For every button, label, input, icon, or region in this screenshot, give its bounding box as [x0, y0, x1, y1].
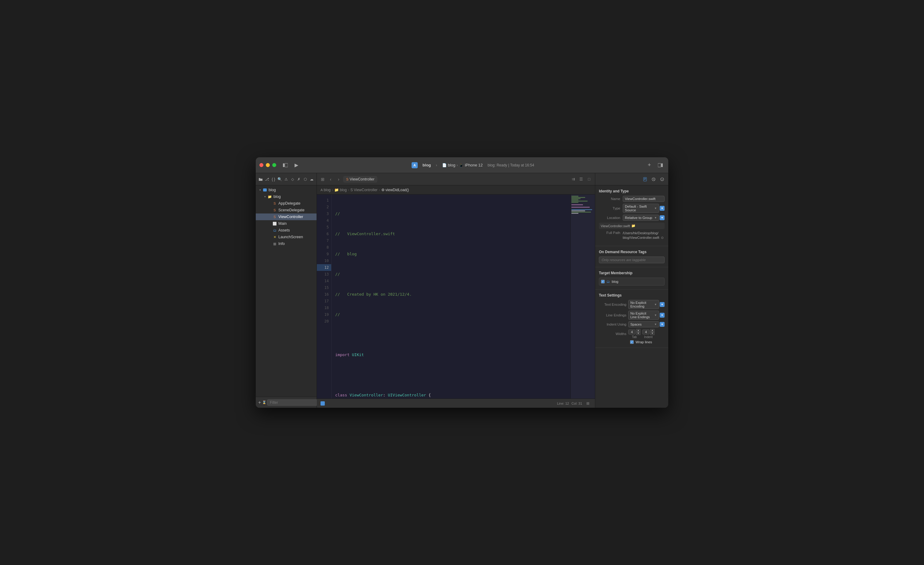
editor-back-btn[interactable]: ‹: [327, 176, 334, 183]
issue-navigator-btn[interactable]: ⚠: [284, 176, 289, 183]
breadcrumb-project[interactable]: A blog: [321, 188, 331, 192]
line-endings-dd-blue-btn[interactable]: ▼: [660, 313, 664, 318]
inspector-tab-file[interactable]: [641, 176, 649, 183]
folder-icon: 📁: [267, 194, 272, 199]
location-dd-blue-btn[interactable]: ▼: [660, 215, 664, 220]
maximize-button[interactable]: [272, 163, 276, 167]
indent-using-value: Spaces: [630, 322, 642, 326]
indent-increment-btn[interactable]: ▲: [650, 329, 654, 332]
sidebar-item-label-assets: Assets: [278, 228, 290, 232]
tag-input[interactable]: [599, 256, 664, 263]
status-bar-right: Line: 12 Col: 31 ⊞: [557, 400, 591, 407]
membership-blog-label: blog: [612, 280, 618, 283]
code-lines[interactable]: // // ViewController.swift // blog // //…: [332, 195, 570, 399]
storyboard-icon-main: ⬜: [272, 221, 277, 226]
on-demand-title: On Demand Resource Tags: [599, 250, 664, 254]
type-dd-blue-btn[interactable]: ▼: [660, 206, 664, 211]
code-line-6: //: [332, 311, 570, 318]
location-dropdown[interactable]: Relative to Group ▼: [623, 215, 659, 221]
name-label: Name: [599, 197, 620, 201]
tab-decrement-btn[interactable]: ▼: [636, 332, 640, 335]
indent-decrement-btn[interactable]: ▼: [650, 332, 654, 335]
breadcrumb-folder[interactable]: 📁 blog: [334, 188, 347, 192]
find-navigator-btn[interactable]: 🔍: [277, 176, 282, 183]
encoding-dd-blue-btn[interactable]: ▼: [660, 302, 664, 307]
file-indicator: 📄 blog › 📱 iPhone 12: [442, 163, 483, 167]
status-bar: Line: 12 Col: 31 ⊞: [317, 399, 595, 408]
col-status: Col: 31: [572, 402, 582, 405]
editor-top-controls: ⇉ ☰ □: [570, 176, 592, 183]
code-line-4: //: [332, 271, 570, 277]
code-line-9: [332, 372, 570, 378]
inspector-toggle-button[interactable]: [656, 162, 664, 169]
sidebar-item-blog[interactable]: ▾ 📁 blog: [256, 193, 316, 200]
show-callers-btn[interactable]: ☰: [578, 176, 585, 183]
sidebar-item-launchscreen[interactable]: ✕ LaunchScreen: [256, 234, 316, 240]
name-dropdown[interactable]: ViewController.swift: [623, 196, 664, 202]
inspector-tab-history[interactable]: [650, 176, 657, 183]
inspector-tab-help[interactable]: ?: [658, 176, 666, 183]
indent-using-dropdown[interactable]: Spaces ▼: [628, 321, 659, 327]
full-path-reveal-icon[interactable]: ⊙: [661, 236, 664, 240]
debug-navigator-btn[interactable]: ✗: [296, 176, 302, 183]
filter-icon: ⌛: [262, 400, 267, 405]
disclosure-blog: ▾: [263, 195, 267, 198]
editor-tabs: ⊞ ‹ › S ViewController ⇉ ☰ □: [317, 173, 595, 185]
svg-rect-5: [644, 177, 646, 181]
breadcrumb-file[interactable]: S ViewController: [351, 188, 378, 192]
location-label: Location: [599, 216, 620, 220]
main-layout: ⎇ { } 🔍 ⚠ ◇ ✗ ⬡ ☁ ▾ blog: [256, 173, 668, 408]
sidebar-item-label-viewcontroller: ViewController: [278, 215, 303, 219]
code-content[interactable]: 1 2 3 4 5 6 7 8 9 10 12 13 14 15: [317, 195, 570, 399]
sidebar-item-viewcontroller[interactable]: S ViewController: [256, 213, 316, 220]
filter-input[interactable]: [267, 399, 318, 406]
sidebar-item-label-launchscreen: LaunchScreen: [278, 235, 303, 239]
breakpoint-navigator-btn[interactable]: ⬡: [303, 176, 308, 183]
sidebar-toggle-button[interactable]: [281, 162, 290, 169]
sidebar-item-root[interactable]: ▾ blog: [256, 187, 316, 193]
run-button[interactable]: ▶: [292, 162, 301, 169]
sidebar-item-assets[interactable]: 🗂 Assets: [256, 227, 316, 234]
location-value: Relative to Group: [625, 216, 652, 220]
add-file-button[interactable]: +: [258, 399, 261, 406]
editor-nav-grid-btn[interactable]: ⊞: [319, 176, 326, 183]
membership-checkbox-blog[interactable]: ✓: [601, 280, 605, 283]
sidebar-item-main[interactable]: ⬜ Main: [256, 220, 316, 227]
minimize-button[interactable]: [266, 163, 270, 167]
related-items-btn[interactable]: ⇉: [570, 176, 577, 183]
symbol-navigator-btn[interactable]: { }: [271, 176, 276, 183]
sidebar-item-info[interactable]: ▦ Info: [256, 240, 316, 247]
code-line-2: // ViewController.swift: [332, 231, 570, 237]
editor-forward-btn[interactable]: ›: [335, 176, 342, 183]
layout-toggle-btn[interactable]: ⊞: [585, 400, 591, 407]
type-dropdown[interactable]: Default - Swift Source ▼: [623, 204, 659, 213]
test-navigator-btn[interactable]: ◇: [290, 176, 295, 183]
sidebar-item-scenedelegate[interactable]: S SceneDelegate: [256, 207, 316, 213]
text-settings-section: Text Settings Text Encoding No Explicit …: [595, 289, 668, 348]
encoding-row: Text Encoding No Explicit Encoding ▼ ▼: [599, 300, 664, 309]
svg-rect-3: [661, 163, 663, 167]
wrap-lines-checkbox[interactable]: ✓: [630, 340, 634, 344]
location-dropdown-container: Relative to Group ▼ ▼: [623, 215, 664, 221]
indent-using-dd-blue-btn[interactable]: ▼: [660, 322, 664, 327]
editor-tab-viewcontroller[interactable]: S ViewController: [343, 176, 377, 183]
code-editor[interactable]: 1 2 3 4 5 6 7 8 9 10 12 13 14 15: [317, 195, 595, 399]
breadcrumb-function[interactable]: ⚙ viewDidLoad(): [381, 188, 409, 192]
disclosure-root: ▾: [258, 189, 262, 192]
folder-icon-btn[interactable]: [258, 176, 263, 183]
encoding-dropdown[interactable]: No Explicit Encoding ▼: [628, 300, 659, 309]
sidebar-item-label-blog: blog: [273, 195, 281, 199]
indent-stepper-value: 4: [642, 330, 650, 334]
sidebar-item-appdelegate[interactable]: S AppDelegate: [256, 200, 316, 207]
line-endings-dropdown[interactable]: No Explicit Line Endings ▼: [628, 310, 659, 320]
indent-stepper-btns: ▲ ▼: [650, 329, 654, 335]
close-button[interactable]: [260, 163, 263, 167]
add-button[interactable]: +: [645, 162, 654, 169]
report-navigator-btn[interactable]: ☁: [309, 176, 314, 183]
minimap: [570, 195, 595, 399]
tab-increment-btn[interactable]: ▲: [636, 329, 640, 332]
file-folder-icon: 📁: [631, 224, 636, 228]
svg-text:?: ?: [662, 178, 663, 181]
editor-options-btn[interactable]: □: [586, 176, 592, 183]
source-control-btn[interactable]: ⎇: [265, 176, 270, 183]
